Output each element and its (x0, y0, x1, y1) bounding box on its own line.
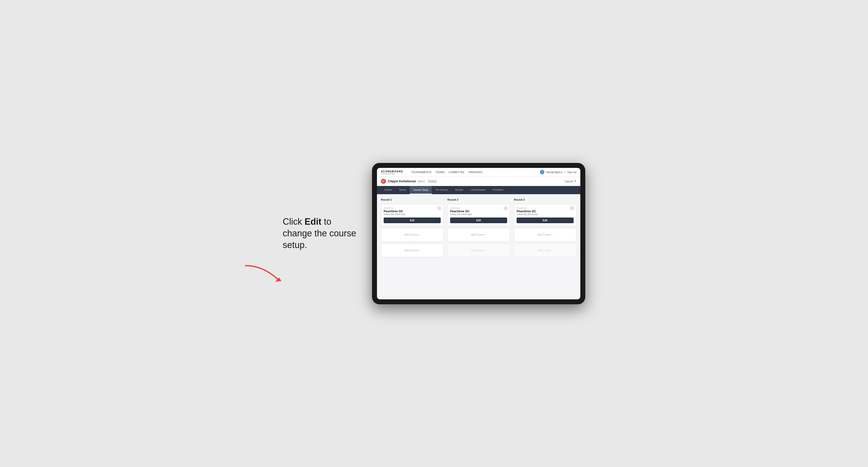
round-3-course-name: Peachtree GC (517, 210, 574, 213)
top-nav: SCOREBOARD Powered by clippd TOURNAMENTS… (377, 168, 580, 177)
round-1-delete-button[interactable]: ☐ (437, 206, 441, 210)
round-3-course-card: ☐ (Course A) Peachtree GC Yellow (M) (66… (514, 204, 576, 226)
round-2-title: Round 2 (447, 198, 510, 201)
tablet-screen: SCOREBOARD Powered by clippd TOURNAMENTS… (377, 168, 580, 299)
svg-marker-0 (275, 278, 281, 282)
round-3-title: Round 3 (514, 198, 576, 201)
round-2-add-course-2: Add Course + (447, 244, 510, 257)
round-1-add-course-2[interactable]: Add Course + (381, 244, 443, 257)
nav-links: TOURNAMENTS TEAMS COMMITTEE RANKINGS (411, 171, 535, 174)
round-1-add-course-2-label: Add Course + (404, 249, 420, 252)
instruction-bold: Edit (305, 217, 321, 227)
logo-area: SCOREBOARD Powered by clippd (381, 170, 403, 175)
tab-leaderboards[interactable]: Leaderboards (467, 186, 489, 194)
round-1-add-course-1-label: Add Course + (404, 234, 420, 236)
page-wrapper: Click Edit to change the course setup. S… (10, 163, 858, 304)
clippd-logo: C (381, 179, 386, 184)
main-content: Round 1 ☐ (Course A) Peachtree GC Yellow… (377, 194, 580, 296)
round-2-course-label: (Course A) (450, 207, 507, 209)
cancel-button[interactable]: Cancel ✕ (565, 180, 576, 183)
user-avatar: b (540, 170, 545, 174)
tab-tee-groups[interactable]: Tee Groups (432, 186, 452, 194)
round-1-course-name: Peachtree GC (384, 210, 441, 213)
round-1-course-details: Yellow (M) (6629 yds) (384, 213, 441, 216)
round-3-course-label: (Course A) (517, 207, 574, 209)
nav-right: b blair@clippd.io | Sign out (540, 170, 576, 174)
round-2-course-details: Yellow (M) (6629 yds) (450, 213, 507, 216)
instruction-panel: Click Edit to change the course setup. (283, 216, 357, 251)
nav-rankings[interactable]: RANKINGS (468, 171, 483, 174)
round-2-course-name: Peachtree GC (450, 210, 507, 213)
round-1-column: Round 1 ☐ (Course A) Peachtree GC Yellow… (381, 198, 443, 257)
tournament-gender: (Men) (418, 180, 425, 183)
round-3-add-course-2: Add Course + (514, 244, 576, 257)
tournament-header: C Clippd Invitational (Men) Hosting Canc… (377, 177, 580, 186)
tab-details[interactable]: Details (381, 186, 396, 194)
round-2-delete-button[interactable]: ☐ (504, 206, 508, 210)
nav-tournaments[interactable]: TOURNAMENTS (411, 171, 432, 174)
tournament-left: C Clippd Invitational (Men) Hosting (381, 179, 437, 184)
rounds-grid: Round 1 ☐ (Course A) Peachtree GC Yellow… (381, 198, 576, 257)
round-1-edit-button[interactable]: Edit (384, 218, 441, 223)
round-3-column: Round 3 ☐ (Course A) Peachtree GC Yellow… (514, 198, 576, 257)
round-3-add-course-1-label: Add Course + (537, 234, 553, 236)
logo-title: SCOREBOARD (381, 170, 403, 173)
round-1-course-label: (Course A) (384, 207, 441, 209)
round-1-title: Round 1 (381, 198, 443, 201)
round-2-add-course-1[interactable]: Add Course + (447, 228, 510, 242)
tournament-name: Clippd Invitational (388, 179, 416, 183)
round-1-add-course-1[interactable]: Add Course + (381, 228, 443, 242)
nav-teams[interactable]: TEAMS (435, 171, 445, 174)
round-3-edit-button[interactable]: Edit (517, 218, 574, 223)
round-2-course-card: ☐ (Course A) Peachtree GC Yellow (M) (66… (447, 204, 510, 226)
round-1-course-card: ☐ (Course A) Peachtree GC Yellow (M) (66… (381, 204, 443, 226)
logo-sub: Powered by clippd (381, 173, 403, 175)
arrow-icon (243, 263, 283, 283)
hosting-badge: Hosting (427, 180, 437, 183)
tab-course-setup[interactable]: Course Setup (410, 186, 432, 194)
tab-teams[interactable]: Teams (396, 186, 410, 194)
round-3-course-details: Yellow (M) (6629 yds) (517, 213, 574, 216)
round-2-edit-button[interactable]: Edit (450, 218, 507, 223)
nav-committee[interactable]: COMMITTEE (448, 171, 465, 174)
round-2-add-course-2-label: Add Course + (471, 249, 486, 252)
user-email: blair@clippd.io (546, 171, 563, 174)
instruction-text: Click Edit to change the course setup. (283, 216, 357, 251)
nav-separator: | (565, 171, 565, 174)
tab-bar: Details Teams Course Setup Tee Groups Re… (377, 186, 580, 194)
round-3-delete-button[interactable]: ☐ (570, 206, 574, 210)
round-3-add-course-1[interactable]: Add Course + (514, 228, 576, 242)
round-2-add-course-1-label: Add Course + (471, 234, 486, 236)
tablet-frame: SCOREBOARD Powered by clippd TOURNAMENTS… (372, 163, 585, 304)
sign-out-link[interactable]: Sign out (567, 171, 576, 174)
round-3-add-course-2-label: Add Course + (537, 249, 553, 252)
tab-printables[interactable]: Printables (489, 186, 507, 194)
round-2-column: Round 2 ☐ (Course A) Peachtree GC Yellow… (447, 198, 510, 257)
tab-results[interactable]: Results (452, 186, 467, 194)
